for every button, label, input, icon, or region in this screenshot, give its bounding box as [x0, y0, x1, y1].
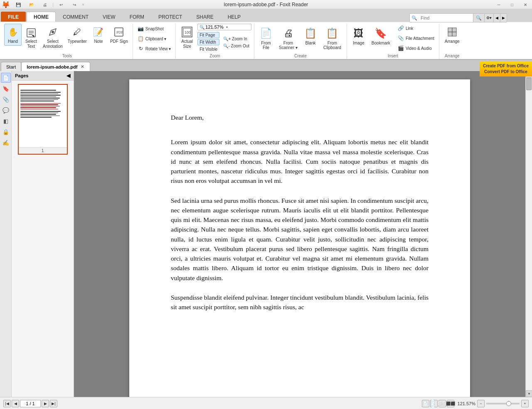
pdf-sign-button[interactable]: PDF PDF Sign [108, 24, 130, 46]
rotate-view-button[interactable]: ↻ Rotate View ▾ [135, 44, 173, 53]
svg-rect-12 [448, 32, 452, 36]
continuous-facing-button[interactable]: ⬛⬛ [447, 400, 454, 407]
minimize-button[interactable]: ─ [492, 0, 505, 9]
qa-redo[interactable]: ↪ [68, 0, 81, 9]
fit-page-button[interactable]: Fit Page [197, 32, 219, 38]
qa-undo[interactable]: ↩ [54, 0, 68, 9]
typewriter-button[interactable]: 🖊 Typewriter [66, 24, 89, 46]
svg-rect-10 [448, 28, 452, 32]
file-attachment-button[interactable]: 📎 File Attachment [396, 34, 436, 43]
zoom-in-button[interactable]: 🔍+ Zoom In [221, 36, 251, 42]
zoom-slider-thumb[interactable] [506, 401, 511, 406]
find-next-button[interactable]: ▶ [500, 13, 507, 22]
clipboard-button[interactable]: 📋 Clipboard ▾ [135, 34, 173, 43]
snapshot-label: SnapShot [145, 27, 164, 31]
bookmark-button[interactable]: 🔖 Bookmark [369, 24, 393, 47]
tab-view[interactable]: VIEW [96, 12, 123, 22]
svg-point-4 [52, 31, 54, 33]
pdf-paragraph-3: Suspendisse blandit eleifend pulvinar. I… [171, 293, 429, 312]
sidebar-sign-icon[interactable]: ✍ [1, 138, 11, 148]
from-file-button[interactable]: 📄 FromFile [257, 24, 275, 52]
tab-home[interactable]: HOME [27, 12, 56, 22]
window-title: lorem-ipsum-adobe.pdf - Foxit Reader [224, 2, 308, 7]
tab-share[interactable]: SHARE [189, 12, 220, 22]
facing-button[interactable]: ⬜⬜ [438, 400, 446, 407]
doc-tab-start[interactable]: Start [1, 62, 21, 71]
continuous-button[interactable]: 📄📄 [430, 400, 438, 407]
doc-tab-lorem[interactable]: lorem-ipsum-adobe.pdf ✕ [21, 62, 90, 71]
tab-protect[interactable]: PROTECT [151, 12, 189, 22]
find-search-button[interactable]: 🔍 [473, 13, 484, 22]
sidebar-bookmarks-icon[interactable]: 🔖 [1, 84, 11, 94]
blank-button[interactable]: 📋 Blank [301, 24, 320, 47]
select-annotation-button[interactable]: SelectAnnotation [41, 24, 65, 51]
zoom-in-status-button[interactable]: + [521, 400, 529, 407]
qa-open[interactable]: 📂 [25, 0, 38, 9]
maximize-button[interactable]: □ [505, 0, 519, 9]
tab-help[interactable]: HELP [221, 12, 248, 22]
hand-button[interactable]: ✋ Hand [4, 24, 22, 46]
find-input[interactable] [419, 15, 473, 21]
pages-panel: Pages ◀ [12, 71, 74, 397]
ribbon-group-create: 📄 FromFile 🖨 FromScanner ▾ 📋 Blank 📋 Fro… [254, 24, 347, 59]
scroll-track[interactable] [526, 78, 532, 390]
sidebar-attachments-icon[interactable]: 📎 [1, 94, 11, 104]
from-clipboard-icon: 📋 [326, 26, 338, 41]
scroll-thumb[interactable] [526, 78, 532, 90]
find-prev-button[interactable]: ◀ [493, 13, 500, 22]
from-scanner-icon: 🖨 [283, 26, 293, 41]
zoom-slider[interactable] [486, 403, 520, 404]
snapshot-button[interactable]: 📷 SnapShot [135, 24, 173, 33]
ribbon-group-zoom: 100 ActualSize 🔍 121.57% ▾ Fit [176, 24, 254, 59]
tab-form[interactable]: FORM [123, 12, 151, 22]
prev-page-button[interactable]: ◀ [12, 400, 19, 407]
sidebar-pages-icon[interactable]: 📄 [1, 73, 11, 83]
sidebar-comments-icon[interactable]: 💬 [1, 105, 11, 115]
typewriter-icon: 🖊 [71, 25, 84, 39]
link-icon: 🔗 [398, 25, 404, 32]
actual-size-button[interactable]: 100 ActualSize [178, 24, 196, 51]
file-attachment-icon: 📎 [398, 35, 404, 42]
video-audio-icon: 🎬 [398, 45, 404, 52]
zoom-out-button[interactable]: 🔍- Zoom Out [221, 43, 251, 49]
sidebar-security-icon[interactable]: 🔒 [1, 127, 11, 137]
page-thumbnail-1[interactable]: 1 [18, 84, 68, 155]
single-page-button[interactable]: 📄 [422, 400, 429, 407]
next-page-button[interactable]: ▶ [42, 400, 49, 407]
qa-save[interactable]: 💾 [12, 0, 25, 9]
link-button[interactable]: 🔗 Link [396, 24, 436, 33]
from-scanner-button[interactable]: 🖨 FromScanner ▾ [276, 24, 300, 52]
qa-print[interactable]: 🖨 [38, 0, 52, 9]
close-button[interactable]: ✕ [519, 0, 532, 9]
find-options-button[interactable]: ⚙▾ [484, 13, 493, 22]
tab-comment[interactable]: COMMENT [56, 12, 96, 22]
snapshot-icon: 📷 [138, 25, 144, 32]
clipboard-label: Clipboard ▾ [145, 37, 167, 41]
fit-visible-button[interactable]: Fit Visible [197, 46, 219, 52]
image-label: Image [353, 41, 365, 45]
arrange-button[interactable]: Arrange [442, 24, 463, 46]
select-text-button[interactable]: SelectText [22, 24, 40, 51]
from-clipboard-button[interactable]: 📋 FromClipboard [320, 24, 344, 52]
sidebar-layers-icon[interactable]: ◧ [1, 116, 11, 126]
svg-rect-13 [452, 32, 456, 36]
clipboard-icon: 📋 [138, 35, 144, 42]
pdf-viewer[interactable]: Dear Lorem, Lorem ipsum dolor sit amet, … [74, 71, 525, 397]
pages-panel-header: Pages ◀ [12, 71, 74, 81]
image-button[interactable]: 🖼 Image [350, 24, 368, 47]
promo-banner[interactable]: Create PDF from Office Convert PDF to Of… [480, 62, 532, 76]
note-button[interactable]: 📝 Note [90, 24, 107, 46]
fit-width-button[interactable]: Fit Width [197, 39, 219, 45]
page-input[interactable] [20, 400, 41, 407]
scroll-down-button[interactable]: ▼ [526, 390, 532, 397]
last-page-button[interactable]: ▶| [50, 400, 57, 407]
first-page-button[interactable]: |◀ [3, 400, 11, 407]
tab-file[interactable]: FILE [1, 12, 26, 22]
zoom-out-status-button[interactable]: − [477, 400, 485, 407]
bookmark-icon: 🔖 [374, 26, 387, 41]
arrange-label: Arrange [445, 39, 460, 44]
doc-tab-close-button[interactable]: ✕ [80, 64, 85, 69]
video-audio-button[interactable]: 🎬 Video & Audio [396, 44, 436, 53]
pages-panel-collapse[interactable]: ◀ [66, 73, 70, 79]
doc-tab-lorem-label: lorem-ipsum-adobe.pdf [27, 64, 77, 69]
